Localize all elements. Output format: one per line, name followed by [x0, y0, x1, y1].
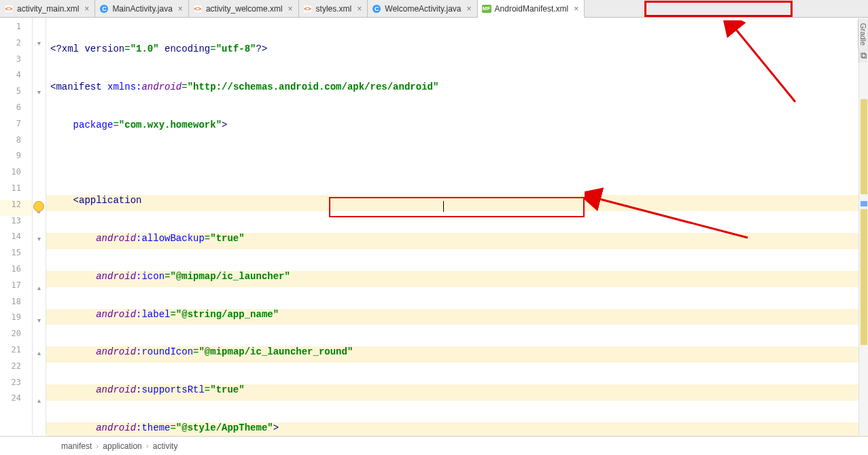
fold-gutter: ▾ ▾ ▾ ▴ ▾ ▴ ▴ — [33, 18, 46, 435]
intention-bulb-icon[interactable] — [33, 201, 44, 212]
line-number-gutter: 1 2 3 4 5 6 7 8 9 10 11 12 13 14 15 16 1… — [0, 18, 33, 435]
line-number: 21 — [0, 345, 32, 361]
editor-area: 1 2 3 4 5 6 7 8 9 10 11 12 13 14 15 16 1… — [0, 18, 868, 435]
tab-welcomeactivity-java[interactable]: C WelcomeActivity.java × — [368, 0, 477, 17]
tool-window-icon[interactable]: ⧉ — [858, 49, 868, 62]
breadcrumb-item[interactable]: application — [103, 441, 141, 451]
java-icon: C — [99, 4, 109, 14]
line-number: 7 — [0, 119, 32, 135]
code-editor[interactable]: <?xml version="1.0" encoding="utf-8"?> <… — [46, 18, 868, 435]
error-stripe[interactable] — [858, 18, 868, 435]
change-marker — [861, 209, 867, 345]
line-number: 4 — [0, 70, 32, 86]
breadcrumb-item[interactable]: activity — [153, 441, 178, 451]
line-number: 8 — [0, 135, 32, 151]
line-number: 18 — [0, 297, 32, 313]
java-icon: C — [372, 4, 381, 14]
tab-label: WelcomeActivity.java — [385, 4, 461, 14]
line-number: 20 — [0, 329, 32, 345]
close-icon[interactable]: × — [357, 4, 362, 14]
line-number: 13 — [0, 216, 32, 232]
close-icon[interactable]: × — [84, 4, 89, 14]
line-number: 6 — [0, 103, 32, 119]
chevron-right-icon: › — [146, 441, 149, 451]
xml-icon — [4, 4, 14, 14]
tab-mainactivity-java[interactable]: C MainActivity.java × — [95, 0, 189, 17]
line-number: 14 — [0, 232, 32, 248]
editor-tabbar: activity_main.xml × C MainActivity.java … — [0, 0, 868, 18]
line-number: 1 — [0, 22, 32, 38]
text-caret — [443, 201, 444, 212]
fold-toggle-icon[interactable]: ▾ — [34, 87, 44, 96]
close-icon[interactable]: × — [288, 4, 293, 14]
close-icon[interactable]: × — [178, 4, 183, 14]
close-icon[interactable]: × — [467, 4, 472, 14]
fold-toggle-icon[interactable]: ▾ — [34, 38, 44, 48]
line-number: 3 — [0, 54, 32, 71]
tab-activity-welcome-xml[interactable]: activity_welcome.xml × — [189, 0, 299, 17]
line-number: 16 — [0, 264, 32, 280]
breadcrumb-bar: manifest › application › activity — [0, 436, 868, 455]
line-number: 12 — [0, 200, 32, 216]
tab-label: MainActivity.java — [112, 4, 172, 14]
line-number: 22 — [0, 361, 32, 378]
fold-end-icon[interactable]: ▴ — [34, 395, 44, 405]
close-icon[interactable]: × — [574, 4, 578, 14]
line-number: 11 — [0, 183, 32, 200]
tab-androidmanifest-xml[interactable]: MF AndroidManifest.xml × — [478, 0, 585, 18]
tab-label: activity_main.xml — [17, 4, 79, 14]
tab-label: activity_welcome.xml — [206, 4, 283, 14]
fold-toggle-icon[interactable]: ▾ — [34, 234, 44, 243]
line-number: 19 — [0, 312, 32, 329]
tool-window-gradle[interactable]: Gradle — [858, 19, 868, 49]
manifest-icon: MF — [482, 4, 491, 14]
xml-icon — [193, 4, 203, 14]
xml-icon — [303, 4, 313, 14]
change-marker — [861, 201, 867, 206]
change-marker — [861, 99, 867, 194]
fold-toggle-icon[interactable]: ▾ — [34, 315, 44, 325]
line-number: 23 — [0, 378, 32, 394]
line-number: 10 — [0, 167, 32, 183]
line-number: 17 — [0, 280, 32, 297]
breadcrumb-item[interactable]: manifest — [61, 441, 92, 451]
fold-end-icon[interactable]: ▴ — [34, 348, 44, 357]
tab-styles-xml[interactable]: styles.xml × — [299, 0, 368, 17]
chevron-right-icon: › — [96, 441, 99, 451]
line-number: 24 — [0, 393, 32, 410]
line-number: 15 — [0, 248, 32, 264]
line-number: 2 — [0, 38, 32, 54]
tab-activity-main-xml[interactable]: activity_main.xml × — [0, 0, 95, 17]
tab-label: AndroidManifest.xml — [495, 4, 569, 14]
line-number: 5 — [0, 86, 32, 103]
tab-label: styles.xml — [316, 4, 352, 14]
line-number: 9 — [0, 151, 32, 167]
fold-end-icon[interactable]: ▴ — [34, 283, 44, 292]
